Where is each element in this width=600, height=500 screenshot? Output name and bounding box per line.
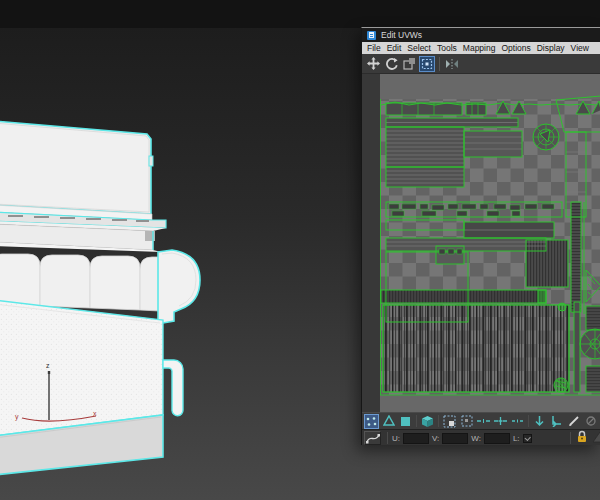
select-edge-ring-icon[interactable]: [493, 414, 508, 429]
uv-canvas[interactable]: [362, 74, 600, 412]
model-hook: [163, 360, 183, 416]
u-label: U:: [392, 434, 400, 443]
edge-mode-icon[interactable]: [381, 414, 396, 429]
separator: [438, 415, 439, 427]
menu-tools[interactable]: Tools: [437, 42, 457, 54]
soft-selection-curve-icon[interactable]: [364, 431, 381, 445]
menu-view[interactable]: View: [571, 42, 589, 54]
axis-z-label: z: [46, 362, 50, 369]
relax-brush-icon[interactable]: [566, 414, 581, 429]
l-label: L:: [513, 434, 520, 443]
shrink-selection-icon[interactable]: [459, 414, 474, 429]
grow-selection-icon[interactable]: [442, 414, 457, 429]
lock-aspect-checkbox[interactable]: [523, 434, 532, 443]
selection-toolbar: [362, 412, 600, 429]
align-h-icon[interactable]: [532, 414, 547, 429]
loop-disabled-icon[interactable]: [583, 414, 598, 429]
align-v-icon[interactable]: [549, 414, 564, 429]
select-edge-loop-icon[interactable]: [476, 414, 491, 429]
model-bulge: [158, 250, 200, 323]
vertex-mode-icon[interactable]: [364, 414, 379, 429]
move-icon[interactable]: [365, 56, 381, 72]
freeform-mode-icon[interactable]: [419, 56, 435, 72]
top-band: [0, 0, 600, 28]
separator: [528, 415, 529, 427]
window-icon: [367, 31, 376, 40]
axis-y-label: y: [15, 413, 19, 421]
w-input[interactable]: [484, 433, 510, 444]
toolbar-separator: [439, 57, 440, 71]
rotate-icon[interactable]: [383, 56, 399, 72]
v-label: V:: [432, 434, 439, 443]
lock-icon[interactable]: [576, 429, 588, 445]
w-label: W:: [471, 434, 481, 443]
u-input[interactable]: [403, 433, 429, 444]
quick-peel-icon[interactable]: [592, 429, 600, 445]
paint-select-icon[interactable]: [510, 414, 525, 429]
menu-options[interactable]: Options: [501, 42, 530, 54]
separator: [387, 432, 388, 444]
v-input[interactable]: [442, 433, 468, 444]
transform-toolbar: [362, 54, 600, 74]
face-mode-icon[interactable]: [398, 414, 413, 429]
edit-uvws-window: Edit UVWs File Edit Select Tools Mapping…: [361, 27, 600, 445]
mirror-icon[interactable]: [444, 56, 460, 72]
menu-mapping[interactable]: Mapping: [463, 42, 496, 54]
separator: [570, 432, 571, 444]
piano-model: z y x: [0, 108, 215, 480]
menu-edit[interactable]: Edit: [387, 42, 402, 54]
model-scallops: [0, 254, 160, 311]
menu-select[interactable]: Select: [407, 42, 431, 54]
window-title: Edit UVWs: [381, 28, 422, 42]
menu-display[interactable]: Display: [537, 42, 565, 54]
titlebar[interactable]: Edit UVWs: [362, 28, 600, 42]
axis-x-label: x: [93, 410, 97, 417]
transform-typein-row: U: V: W: L:: [362, 429, 600, 445]
scale-icon[interactable]: [401, 56, 417, 72]
separator: [416, 415, 417, 427]
element-mode-icon[interactable]: [420, 414, 435, 429]
menubar: File Edit Select Tools Mapping Options D…: [362, 42, 600, 54]
menu-file[interactable]: File: [367, 42, 381, 54]
desktop: z y x Edit UVWs File Edit Select Tools M…: [0, 0, 600, 500]
